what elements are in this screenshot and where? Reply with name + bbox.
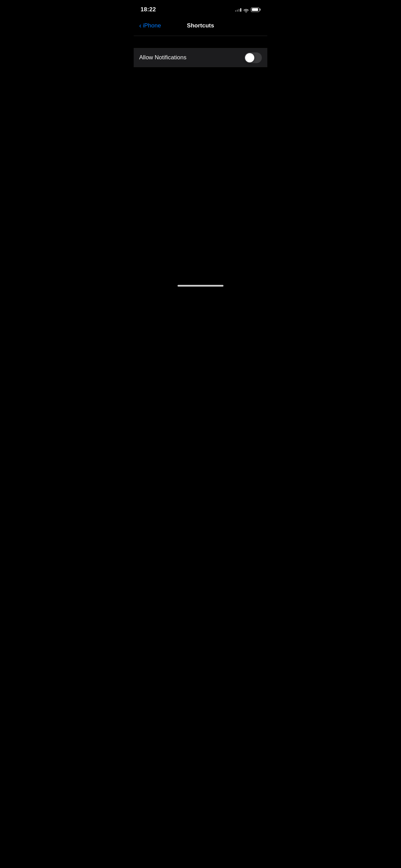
status-bar: 18:22: [134, 0, 267, 17]
home-indicator: [178, 285, 223, 287]
allow-notifications-toggle[interactable]: [244, 52, 262, 63]
battery-icon: [251, 8, 260, 12]
chevron-left-icon: ‹: [139, 22, 142, 29]
page-title: Shortcuts: [187, 22, 214, 29]
allow-notifications-row: Allow Notifications: [134, 48, 267, 67]
nav-bar: ‹ iPhone Shortcuts: [134, 17, 267, 36]
allow-notifications-label: Allow Notifications: [139, 54, 186, 61]
settings-content: Allow Notifications: [134, 36, 267, 67]
status-icons: [235, 8, 260, 12]
back-button[interactable]: ‹ iPhone: [139, 22, 161, 29]
back-label: iPhone: [143, 22, 161, 29]
wifi-icon: [243, 8, 249, 12]
status-time: 18:22: [141, 6, 156, 13]
toggle-thumb: [245, 53, 254, 62]
section-bottom-border: [134, 67, 267, 67]
notifications-section: Allow Notifications: [134, 48, 267, 67]
signal-bars-icon: [235, 8, 241, 12]
